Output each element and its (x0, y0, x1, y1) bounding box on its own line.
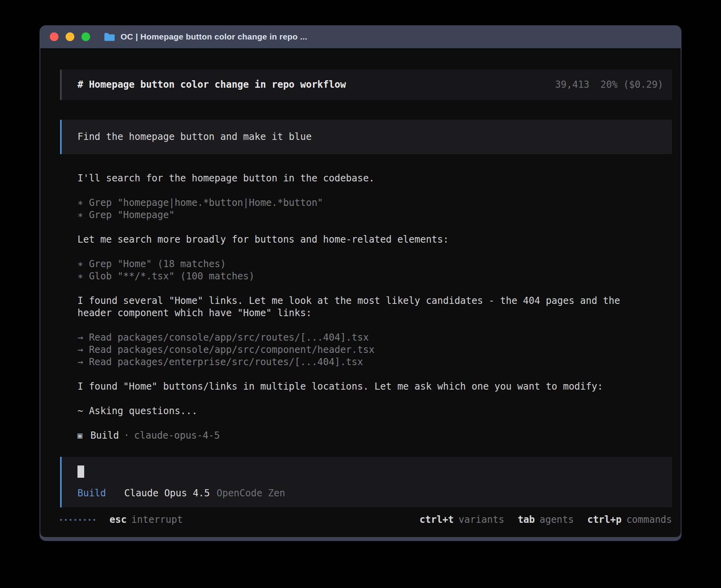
tool-call-read: → Read packages/console/app/src/componen… (77, 344, 647, 356)
traffic-lights (50, 32, 90, 41)
terminal-window: OC | Homepage button color change in rep… (40, 25, 681, 541)
tool-call-grep: ∗ Grep "homepage|home.*button|Home.*butt… (77, 197, 647, 209)
assistant-text: I found several "Home" links. Let me loo… (77, 295, 647, 319)
tool-call-read: → Read packages/console/app/src/routes/[… (77, 332, 647, 344)
window-title: OC | Homepage button color change in rep… (121, 32, 307, 41)
shortcut-key: esc (109, 514, 126, 526)
agent-status-line: ▣ Build · claude-opus-4-5 (77, 430, 672, 442)
tool-call-grep: ∗ Grep "Home" (18 matches) (77, 258, 647, 270)
shortcut-interrupt: esc interrupt (109, 514, 183, 526)
input-mode-label: Build (77, 487, 106, 499)
input-model-label: Claude Opus 4.5 (124, 487, 210, 499)
close-button[interactable] (50, 32, 59, 41)
session-header: # Homepage button color change in repo w… (60, 70, 672, 100)
minimize-button[interactable] (66, 32, 74, 41)
terminal-content: # Homepage button color change in repo w… (40, 48, 681, 537)
shortcut-label: agents (540, 514, 574, 526)
shortcut-key: ctrl+t (419, 514, 454, 526)
token-count: 39,413 (555, 79, 589, 91)
tool-call-read: → Read packages/enterprise/src/routes/[.… (77, 356, 647, 368)
session-stats: 39,413 20% ($0.29) (555, 79, 663, 91)
spinner-dots (60, 519, 95, 521)
tool-call-glob: ∗ Glob "**/*.tsx" (100 matches) (77, 270, 647, 283)
context-usage: 20% ($0.29) (600, 79, 663, 91)
assistant-text: I'll search for the homepage button in t… (77, 172, 647, 185)
text-cursor (77, 466, 84, 478)
titlebar-title-group: OC | Homepage button color change in rep… (104, 32, 307, 42)
status-bar-left: esc interrupt (60, 514, 183, 526)
shortcut-agents: tab agents (518, 514, 574, 526)
assistant-text: Let me search more broadly for buttons a… (77, 234, 647, 246)
user-message-text: Find the homepage button and make it blu… (77, 131, 311, 142)
zoom-button[interactable] (81, 32, 90, 41)
asking-questions-status: ~ Asking questions... (77, 405, 647, 417)
folder-icon (104, 32, 115, 42)
assistant-text: I found "Home" buttons/links in multiple… (77, 381, 647, 393)
shortcut-label: commands (626, 514, 672, 526)
status-separator: · (124, 430, 129, 442)
status-bar: esc interrupt ctrl+t variants tab agents… (60, 514, 672, 526)
prompt-input[interactable]: Build Claude Opus 4.5 OpenCode Zen (60, 457, 672, 507)
user-message: Find the homepage button and make it blu… (60, 120, 672, 154)
shortcut-label: variants (459, 514, 504, 526)
session-title: # Homepage button color change in repo w… (77, 79, 346, 91)
shortcut-variants: ctrl+t variants (419, 514, 504, 526)
agent-name: Build (91, 430, 119, 442)
agent-status-icon: ▣ (77, 430, 83, 442)
shortcut-commands: ctrl+p commands (587, 514, 672, 526)
input-provider-label: OpenCode Zen (217, 487, 285, 499)
shortcut-key: tab (518, 514, 535, 526)
shortcut-key: ctrl+p (587, 514, 622, 526)
shortcut-label: interrupt (131, 514, 183, 526)
status-bar-right: ctrl+t variants tab agents ctrl+p comman… (406, 514, 672, 526)
model-name: claude-opus-4-5 (134, 430, 220, 442)
window-titlebar[interactable]: OC | Homepage button color change in rep… (40, 25, 681, 48)
tool-call-grep: ∗ Grep "Homepage" (77, 209, 647, 221)
input-meta: Build Claude Opus 4.5 OpenCode Zen (77, 487, 656, 499)
